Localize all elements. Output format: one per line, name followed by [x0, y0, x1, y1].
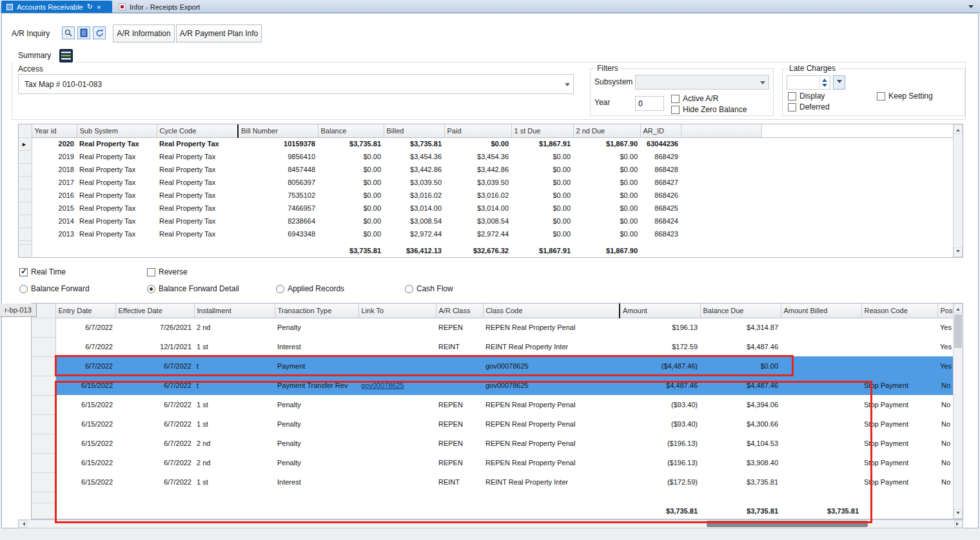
cell-billed[interactable]: $3,735.81 [384, 137, 444, 150]
cell-posted[interactable]: Yes [937, 337, 953, 356]
subsystem-combobox[interactable] [635, 75, 769, 90]
cell-posted[interactable]: No [937, 395, 953, 414]
cell-transaction-type[interactable]: Penalty [275, 414, 358, 434]
col-header-reason-code[interactable]: Reason Code [861, 304, 937, 318]
balance-forward-radio[interactable] [19, 285, 28, 293]
cell-ar-class[interactable] [436, 356, 483, 376]
cell-installment[interactable]: 2 nd [194, 434, 275, 453]
vertical-scrollbar[interactable] [953, 124, 963, 257]
cell-posted[interactable]: No [937, 453, 953, 472]
cell-year-id[interactable]: 2013 [32, 227, 77, 240]
cell-link-to[interactable] [358, 395, 436, 414]
cell-transaction-type[interactable]: Penalty [275, 434, 358, 453]
table-row[interactable]: 6/7/2022 6/7/2022 t Payment gov00078625 … [32, 356, 953, 376]
cell-year-id[interactable]: 2019 [32, 150, 77, 163]
col-header-ar-id[interactable]: AR_ID [640, 124, 681, 137]
cell-link-to[interactable] [358, 434, 436, 453]
table-row[interactable]: 6/15/2022 6/7/2022 t Payment Transfer Re… [32, 376, 953, 395]
tabstrip-dropdown-icon[interactable] [968, 5, 974, 11]
link-to-value[interactable]: gov00078625 [361, 381, 404, 389]
table-row[interactable]: 6/15/2022 6/7/2022 1 st Penalty REPEN RE… [32, 414, 953, 434]
cell-entry-date[interactable]: 6/15/2022 [55, 434, 115, 453]
cell-balance[interactable]: $0.00 [318, 227, 384, 240]
window-tab-receipts-export[interactable]: Infor - Receipts Export [113, 1, 210, 13]
row-selector[interactable] [19, 176, 32, 189]
scroll-left-button[interactable] [19, 520, 27, 528]
cell-amount[interactable]: ($4,487.46) [620, 356, 700, 376]
cell-billed[interactable]: $3,014.00 [384, 202, 444, 215]
cell-bill-number[interactable]: 8238664 [238, 215, 318, 227]
cell-cycle-code[interactable]: Real Property Tax [157, 202, 238, 215]
display-checkbox[interactable] [788, 92, 796, 101]
col-header-paid[interactable]: Paid [444, 124, 511, 137]
cell-installment[interactable]: 2 nd [194, 318, 275, 337]
col-header-billed[interactable]: Billed [384, 124, 444, 137]
cell-link-to[interactable]: gov00078625 [358, 376, 436, 395]
cell-bill-number[interactable]: 8056397 [238, 176, 318, 189]
cell-entry-date[interactable]: 6/15/2022 [55, 453, 115, 472]
cell-ar-id[interactable]: 868424 [640, 215, 681, 227]
row-selector[interactable] [19, 202, 32, 215]
cell-posted[interactable]: No [937, 472, 953, 492]
cell-entry-date[interactable]: 6/15/2022 [55, 395, 115, 414]
row-selector[interactable] [19, 163, 32, 176]
row-selector[interactable]: ► [19, 137, 32, 150]
cell-reason-code[interactable]: Stop Payment [861, 472, 937, 492]
cell-ar-class[interactable]: REINT [436, 337, 483, 356]
cell-ar-id[interactable]: 868427 [640, 176, 681, 189]
cell-1st-due[interactable]: $0.00 [511, 176, 573, 189]
col-header-effective-date[interactable]: Effective Date [115, 304, 194, 318]
cell-ar-class[interactable]: REINT [436, 472, 483, 492]
cell-balance-due[interactable]: $0.00 [700, 356, 781, 376]
cell-posted[interactable]: No [937, 414, 953, 434]
scroll-down-button[interactable] [954, 509, 963, 519]
refresh-icon[interactable]: ↻ [87, 3, 93, 11]
cell-amount[interactable]: ($196.13) [620, 453, 700, 472]
cell-installment[interactable]: 1 st [194, 414, 275, 434]
cell-ar-class[interactable] [436, 376, 483, 395]
cell-balance[interactable]: $0.00 [318, 176, 384, 189]
col-header-year-id[interactable]: Year id [32, 124, 77, 137]
cell-paid[interactable]: $3,442.86 [444, 163, 511, 176]
cell-cycle-code[interactable]: Real Property Tax [157, 137, 238, 150]
balance-forward-detail-radio[interactable] [147, 285, 155, 293]
cell-effective-date[interactable]: 12/1/2021 [115, 337, 194, 356]
cell-ar-id[interactable]: 868426 [640, 189, 681, 202]
table-row[interactable]: 6/15/2022 6/7/2022 1 st Interest REINT R… [32, 472, 953, 492]
col-header-balance[interactable]: Balance [318, 124, 384, 137]
cell-paid[interactable]: $0.00 [444, 137, 511, 150]
cell-year-id[interactable]: 2014 [32, 215, 77, 227]
cell-2nd-due[interactable]: $0.00 [573, 150, 640, 163]
cell-year-id[interactable]: 2018 [32, 163, 77, 176]
col-header-ar-class[interactable]: A/R Class [436, 304, 483, 318]
cell-ar-class[interactable]: REPEN [436, 395, 483, 414]
tab-ar-information[interactable]: A/R Information [113, 24, 175, 43]
horizontal-scrollbar[interactable] [18, 519, 963, 528]
col-header-amount[interactable]: Amount [620, 304, 700, 318]
cell-2nd-due[interactable]: $0.00 [573, 189, 640, 202]
col-header-cycle-code[interactable]: Cycle Code [157, 124, 238, 137]
cell-year-id[interactable]: 2020 [32, 137, 77, 150]
cell-amount-billed[interactable] [781, 453, 861, 472]
col-header-posted[interactable]: Posted [937, 304, 953, 318]
row-selector[interactable] [32, 395, 55, 414]
cell-ar-id[interactable]: 868428 [640, 163, 681, 176]
active-ar-checkbox[interactable] [671, 95, 680, 103]
cell-reason-code[interactable] [861, 337, 937, 356]
cell-amount-billed[interactable] [781, 376, 861, 395]
cell-balance[interactable]: $0.00 [318, 215, 384, 227]
cell-balance[interactable]: $0.00 [318, 202, 384, 215]
cell-class-code[interactable]: REPEN Real Property Penal [483, 395, 620, 414]
cell-transaction-type[interactable]: Interest [275, 472, 358, 492]
cell-installment[interactable]: 1 st [194, 472, 275, 492]
hide-zero-balance-checkbox[interactable] [671, 106, 680, 114]
cell-balance[interactable]: $3,735.81 [318, 137, 384, 150]
cell-amount-billed[interactable] [781, 414, 861, 434]
cell-transaction-type[interactable]: Interest [275, 337, 358, 356]
row-selector[interactable] [19, 189, 32, 202]
cell-amount-billed[interactable] [781, 356, 861, 376]
cell-sub-system[interactable]: Real Property Tax [77, 227, 157, 240]
cell-installment[interactable]: 1 st [194, 337, 275, 356]
cell-ar-class[interactable]: REPEN [436, 434, 483, 453]
keep-setting-checkbox[interactable] [877, 92, 885, 101]
